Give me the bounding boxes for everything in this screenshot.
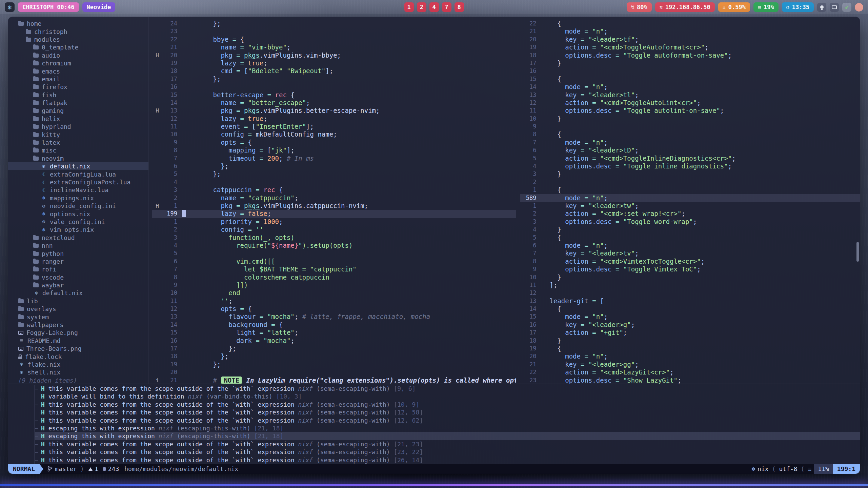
scrollbar-thumb[interactable] [856,242,859,262]
code-line[interactable]: 11 ''; [152,297,516,305]
code-line[interactable]: 16 [520,67,860,75]
tree-item[interactable]: ❄default.nix [8,162,148,170]
code-line[interactable]: 2 [520,178,860,186]
display-icon[interactable] [830,3,839,12]
code-line[interactable]: 3 function(_, opts) [152,234,516,242]
code-line[interactable]: 10 } [520,115,860,123]
code-line[interactable]: 15 better-escape = rec { [152,91,516,99]
code-line[interactable]: 15 mode = "n"; [520,313,860,321]
code-line[interactable]: 4 } [520,226,860,233]
code-line[interactable]: 6 key = "<leader>tD"; [520,146,860,154]
code-line[interactable]: 3 options.desc = "Toggle word-wrap"; [520,218,860,226]
code-line[interactable]: 16 dark = "mocha"; [152,337,516,345]
code-line[interactable]: 20 key = "<leader>tf"; [520,36,860,43]
tree-item[interactable]: ❄options.nix [8,210,148,218]
tree-item[interactable]: rofi [8,265,148,273]
code-line[interactable]: 5 action = "<cmd>ToggleInlineDiagnostics… [520,155,860,162]
workspace-button[interactable]: 8 [455,2,464,12]
code-line[interactable]: 2 action = "<cmd>:set wrap!<cr>"; [520,210,860,218]
tree-item[interactable]: ☾extraConfigLua.lua [8,170,148,178]
diagnostic-item[interactable]: H this variable comes from the scope out… [35,416,860,424]
code-line[interactable]: 1 { [520,186,860,194]
code-line[interactable]: 18 cmd = ["Bdelete" "Bwipeout"]; [152,67,516,75]
code-line[interactable]: 17 action = "+git"; [520,329,860,337]
network-pill[interactable]: ⇆192.168.86.50 [655,2,715,12]
avatar-dot[interactable] [855,3,863,12]
code-line[interactable]: 7 mode = "n"; [520,139,860,146]
code-line[interactable]: 24 }; [152,20,516,27]
code-line[interactable]: 13 leader-git = [ [520,297,860,305]
tree-item[interactable]: gaming [8,107,148,115]
diagnostic-item[interactable]: H this variable comes from the scope out… [35,448,860,456]
code-line[interactable]: 18 }; [152,352,516,360]
code-line[interactable]: 2 config = '' [152,226,516,233]
tree-item[interactable]: waybar [8,281,148,289]
clock-pill[interactable]: ◔13:35 [782,2,814,12]
code-line[interactable]: 199 lazy = false; [152,210,516,218]
tree-item[interactable]: modules [8,36,148,43]
code-line[interactable]: 21 key = "<leader>gg"; [520,361,860,368]
tree-item[interactable]: kitty [8,130,148,138]
code-line[interactable]: 10 } [520,273,860,281]
tree-item[interactable]: helix [8,115,148,123]
code-line[interactable]: 10 config = mkDefaultConfig name; [152,130,516,138]
code-line[interactable]: 4 require("${name}").setup(opts) [152,242,516,249]
code-line[interactable]: 14 background = { [152,321,516,329]
tree-item[interactable]: audio [8,52,148,59]
tree-item[interactable]: ⚙vale_config.ini [8,218,148,226]
workspace-button[interactable]: 1 [404,2,414,12]
code-line[interactable]: 18 } [520,337,860,345]
tree-item[interactable]: Three-Bears.png [8,345,148,352]
code-line[interactable]: 5 { [520,234,860,242]
code-line[interactable]: 8 mapping = ["jk"]; [152,146,516,154]
code-line[interactable]: 21 mode = "n"; [520,27,860,35]
code-line[interactable]: 15 light = "latte"; [152,329,516,337]
tree-item[interactable]: hyprland [8,123,148,130]
code-line[interactable]: 19 { [520,345,860,352]
code-line[interactable]: 4 [152,178,516,186]
code-line[interactable]: 20 mode = "n"; [520,352,860,360]
tree-item[interactable]: ☾extraConfigLuaPost.lua [8,178,148,186]
code-line[interactable]: 12 action = "<cmd>ToggleAutoLint<cr>"; [520,99,860,107]
code-line[interactable]: 3 } [520,170,860,178]
diagnostic-item[interactable]: H escaping this with expression nixf (es… [35,432,860,440]
code-line[interactable]: 11 event = ["InsertEnter"]; [152,123,516,130]
code-line[interactable]: 1 key = "<leader>tw"; [520,202,860,210]
workspace-button[interactable]: 4 [429,2,439,12]
tree-item[interactable]: christoph [8,27,148,35]
tree-item[interactable]: ⚙neovide_config.ini [8,202,148,210]
code-line[interactable]: 21 name = "vim-bbye"; [152,43,516,51]
tree-item[interactable]: system [8,313,148,321]
battery-pill[interactable]: ↯80% [627,2,652,12]
tree-item[interactable]: chromium [8,59,148,67]
code-line[interactable]: 5 [152,249,516,257]
code-line[interactable]: 12 opts = { [152,305,516,313]
tree-item[interactable]: Foggy-Lake.png [8,329,148,337]
code-line[interactable]: 5 }; [152,170,516,178]
code-line[interactable]: 9 [520,123,860,130]
tree-item[interactable]: fish [8,91,148,99]
code-line[interactable]: 8 { [520,130,860,138]
lightbulb-icon[interactable] [817,3,826,12]
code-line[interactable]: 14 { [520,305,860,313]
editor-pane-left[interactable]: 24 };2322 bbye = {21 name = "vim-bbye";H… [149,17,516,384]
code-line[interactable]: 22 action = "<cmd>LazyGit<cr>"; [520,368,860,376]
code-line[interactable]: 2 name = "catppuccin"; [152,194,516,202]
tree-item[interactable]: nextcloud [8,234,148,242]
code-line[interactable]: 17 } [520,59,860,67]
editor-pane-right[interactable]: 22 {21 mode = "n";20 key = "<leader>tf";… [516,17,860,384]
code-line[interactable]: 20 [152,368,516,376]
tree-item[interactable]: ❄mappings.nix [8,194,148,202]
code-line[interactable]: 7 let $BAT_THEME = "catppuccin" [152,265,516,273]
tree-item[interactable]: 0_template [8,43,148,51]
code-line[interactable]: i21 # NOTE In LazyVim require("clang_ext… [152,377,516,384]
code-line[interactable]: 19 }; [152,361,516,368]
tree-item[interactable]: overlays [8,305,148,313]
tree-item[interactable]: nnn [8,242,148,249]
workspace-button[interactable]: 7 [442,2,451,12]
code-line[interactable]: 15 { [520,75,860,83]
tree-item[interactable]: emacs [8,67,148,75]
code-line[interactable]: 22 { [520,20,860,27]
code-line[interactable]: 9 ]]) [152,281,516,289]
code-line[interactable]: 19 lazy = true; [152,59,516,67]
